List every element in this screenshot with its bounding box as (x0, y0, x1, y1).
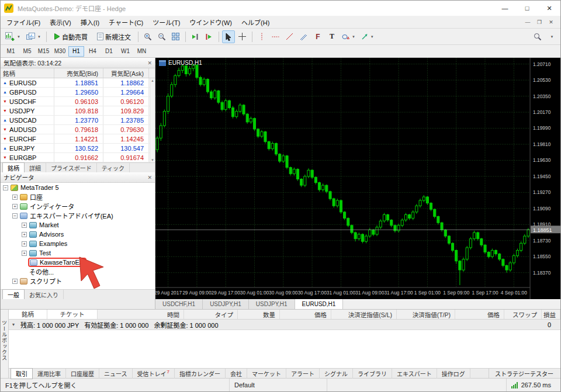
menu-item[interactable]: チャート(C) (104, 16, 148, 29)
market-watch-tab[interactable]: プライスボード (46, 163, 97, 173)
column-header[interactable]: 価格 (280, 310, 331, 319)
channel-button[interactable] (297, 30, 310, 43)
tile-windows-button[interactable] (169, 30, 182, 43)
autotrading-button[interactable]: 自動売買 (50, 30, 92, 43)
text-button[interactable]: T (325, 30, 338, 43)
column-header[interactable]: 損益 (542, 310, 560, 319)
toolbox-tab[interactable]: シグナル (320, 369, 353, 379)
cursor-button[interactable] (222, 30, 235, 43)
market-watch-tab[interactable]: 銘柄 (2, 162, 25, 174)
navigator-item[interactable]: +インディケータ (1, 202, 155, 211)
navigator-item[interactable]: −MetaTrader 5 (1, 183, 155, 192)
connection-status[interactable]: 267.50 ms (506, 379, 560, 391)
new-chart-button[interactable]: ▼ (3, 30, 23, 43)
market-watch-row[interactable]: ▲EURUSD1.188511.18862 (1, 78, 155, 88)
fibonacci-button[interactable]: F (311, 30, 324, 43)
autoscroll-button[interactable] (189, 30, 202, 43)
navigator-item[interactable]: その他... (1, 267, 155, 276)
market-watch-tab[interactable]: ティック (97, 163, 130, 173)
zoom-out-button[interactable] (155, 30, 168, 43)
timeframe-button-d1[interactable]: D1 (101, 46, 117, 57)
mdi-close-button[interactable]: ✕ (546, 19, 556, 25)
mdi-minimize-button[interactable]: — (523, 19, 532, 25)
timeframe-button-h4[interactable]: H4 (85, 46, 101, 57)
column-header[interactable]: 決済指値(T/P) (397, 310, 455, 319)
crosshair-button[interactable] (236, 30, 249, 43)
timeframe-button-m1[interactable]: M1 (3, 46, 19, 57)
navigator-item[interactable]: KawaseTaroEA (1, 258, 155, 267)
menu-item[interactable]: ツール(T) (148, 16, 185, 29)
profile-selector[interactable]: Default (230, 379, 327, 391)
column-header[interactable]: スワップ (504, 310, 542, 319)
market-watch-tab[interactable]: 詳細 (25, 163, 46, 173)
scroll-up-icon[interactable]: ▲ (151, 79, 154, 82)
column-header[interactable]: 売気配(Bid) (54, 68, 103, 78)
timeframe-button-m5[interactable]: M5 (19, 46, 35, 57)
toolbox-tab[interactable]: 会社 (226, 369, 247, 379)
navigator-tab[interactable]: お気に入り (25, 290, 64, 300)
scrollbar[interactable]: ▲▼ (150, 78, 155, 162)
navigator-item[interactable]: −エキスパートアドバイザ(EA) (1, 211, 155, 220)
strategy-tester-button[interactable]: ストラテジーテスター (489, 369, 559, 379)
timeframe-button-m15[interactable]: M15 (36, 46, 51, 57)
minimize-button[interactable]: — (494, 1, 516, 16)
chart-tab-usdchf-h1[interactable]: USDCHF,H1 (155, 299, 203, 309)
chart-tab-usdjpy-h1[interactable]: USDJPY,H1 (203, 299, 249, 309)
timeframe-button-m30[interactable]: M30 (52, 46, 68, 57)
toolbox-tab[interactable]: 取引 (11, 368, 33, 379)
horizontal-line-button[interactable] (269, 30, 282, 43)
balance-row[interactable]: ▾ 残高: 1 000 000 JPY 有効証拠金: 1 000 000 余剰証… (9, 320, 560, 330)
column-header[interactable]: 買気配(Ask) (103, 68, 149, 78)
chart-tab-eurusd-h1[interactable]: EURUSD,H1 (295, 299, 344, 309)
navigator-tab[interactable]: 一般 (2, 289, 25, 300)
navigator-item[interactable]: +Market (1, 220, 155, 230)
navigator-item[interactable]: +Advisors (1, 230, 155, 239)
market-watch-row[interactable]: ▲EURJPY130.522130.547 (1, 144, 155, 153)
menu-item[interactable]: ウインドウ(W) (185, 16, 237, 29)
mdi-restore-button[interactable]: ❐ (535, 19, 544, 25)
expand-icon[interactable]: + (22, 251, 27, 256)
market-watch-row[interactable]: ▲GBPUSD1.296501.29664 (1, 88, 155, 97)
chart-shift-button[interactable] (203, 30, 216, 43)
toolbox-tab[interactable]: 指標カレンダー (175, 369, 226, 379)
column-header[interactable]: チケット (47, 310, 98, 319)
navigator-item[interactable]: +Examples (1, 239, 155, 248)
toolbox-tab[interactable]: 受信トレイ7 (133, 369, 175, 379)
timeframe-button-h1[interactable]: H1 (68, 46, 84, 57)
column-header[interactable]: 時間 (98, 310, 184, 319)
toolbox-tab[interactable]: 操作ログ (437, 369, 470, 379)
expand-icon[interactable]: + (22, 232, 27, 237)
expand-icon[interactable]: + (12, 195, 18, 200)
navigator-item[interactable]: +Test (1, 248, 155, 258)
expand-icon[interactable]: + (22, 223, 27, 228)
toolbox-tab[interactable]: 口座履歴 (66, 369, 99, 379)
shapes-button[interactable]: ▼ (340, 30, 358, 43)
toolbox-tab[interactable]: マーケット (247, 369, 286, 379)
price-chart[interactable]: 1.207101.205301.203501.201701.199901.198… (155, 58, 560, 299)
market-watch-row[interactable]: ▼EURGBP0.916620.91674 (1, 153, 155, 162)
timeframe-button-w1[interactable]: W1 (117, 46, 133, 57)
collapse-icon[interactable]: − (12, 213, 18, 218)
menu-item[interactable]: 挿入(I) (76, 16, 104, 29)
expand-icon[interactable]: + (22, 241, 27, 247)
market-watch-row[interactable]: ▼AUDUSD0.796180.79630 (1, 125, 155, 134)
close-icon[interactable]: ✕ (147, 175, 152, 181)
market-watch-row[interactable]: ▼EURCHF1.142211.14245 (1, 134, 155, 144)
column-header[interactable]: 数量 (238, 310, 280, 319)
close-icon[interactable]: ✕ (147, 60, 152, 66)
market-watch-row[interactable]: ▲USDCAD1.237701.23785 (1, 116, 155, 125)
new-order-button[interactable]: 新規注文 (93, 30, 135, 43)
search-button[interactable] (531, 30, 544, 43)
chart-tab-usdjpy-h1[interactable]: USDJPY,H1 (249, 299, 295, 309)
arrows-button[interactable]: ▼ (359, 30, 376, 43)
toolbox-tab[interactable]: ニュース (99, 369, 133, 379)
toolbox-side-tab[interactable]: ツールボックス (1, 310, 9, 378)
vertical-line-button[interactable] (255, 30, 268, 43)
expand-icon[interactable]: + (12, 204, 18, 209)
timeframe-button-mn[interactable]: MN (134, 46, 150, 57)
expand-icon[interactable]: + (12, 279, 18, 284)
column-header[interactable]: 価格 (455, 310, 504, 319)
toolbar-options-button[interactable]: ▼ (545, 30, 558, 43)
menu-item[interactable]: 表示(V) (45, 16, 76, 29)
toolbox-tab[interactable]: ライブラリ (353, 369, 392, 379)
